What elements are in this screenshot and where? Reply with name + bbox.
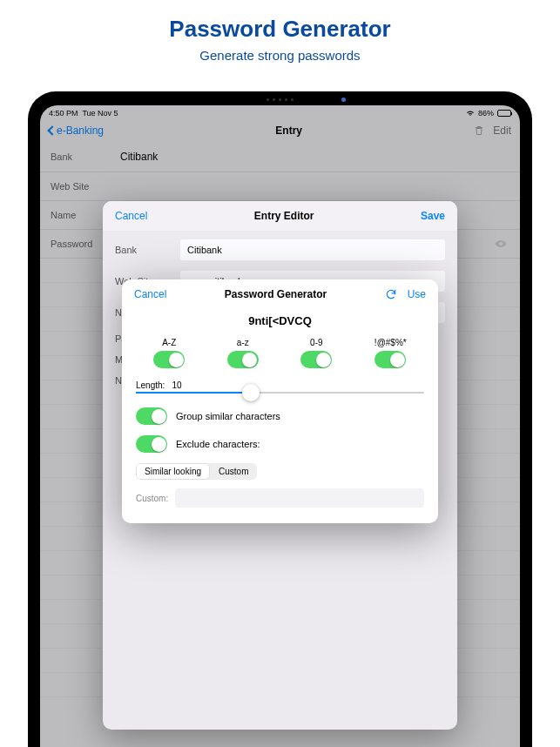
use-button[interactable]: Use (408, 288, 426, 300)
custom-exclude-input[interactable] (175, 488, 424, 508)
field-label: Bank (115, 245, 180, 255)
slider-thumb[interactable] (242, 384, 260, 401)
segment-custom[interactable]: Custom (210, 463, 257, 480)
digits-switch[interactable] (300, 351, 332, 368)
exclude-switch[interactable] (136, 435, 167, 453)
cancel-button[interactable]: Cancel (115, 210, 147, 222)
password-generator-sheet: Cancel Password Generator Use 9nti[<DVCQ… (122, 279, 438, 523)
length-label: Length: (136, 380, 165, 390)
segment-similar[interactable]: Similar looking (136, 463, 210, 480)
custom-label: Custom: (136, 494, 168, 503)
refresh-icon[interactable] (385, 288, 397, 300)
option-label: Group similar characters (176, 411, 280, 421)
generated-password: 9nti[<DVCQ (122, 307, 438, 338)
switch-label: !@#$%* (374, 338, 407, 347)
lowercase-switch[interactable] (227, 351, 259, 368)
option-label: Exclude characters: (176, 439, 260, 449)
save-button[interactable]: Save (421, 210, 445, 222)
length-slider[interactable] (136, 392, 424, 394)
group-similar-switch[interactable] (136, 407, 167, 425)
promo-title: Password Generator (0, 16, 560, 43)
switch-label: A-Z (153, 338, 185, 347)
switch-label: 0-9 (300, 338, 332, 347)
sheet-title: Password Generator (225, 288, 327, 300)
bank-input[interactable] (180, 239, 445, 260)
switch-label: a-z (227, 338, 259, 347)
uppercase-switch[interactable] (153, 351, 185, 368)
length-value: 10 (172, 380, 181, 390)
symbols-switch[interactable] (374, 351, 406, 368)
exclude-segmented-control[interactable]: Similar looking Custom (136, 463, 257, 480)
cancel-button[interactable]: Cancel (134, 288, 166, 300)
sheet-title: Entry Editor (254, 210, 314, 222)
device-frame: 4:50 PM Tue Nov 5 86% e-Banking Entry Ed… (28, 91, 532, 747)
promo-subtitle: Generate strong passwords (0, 48, 560, 63)
